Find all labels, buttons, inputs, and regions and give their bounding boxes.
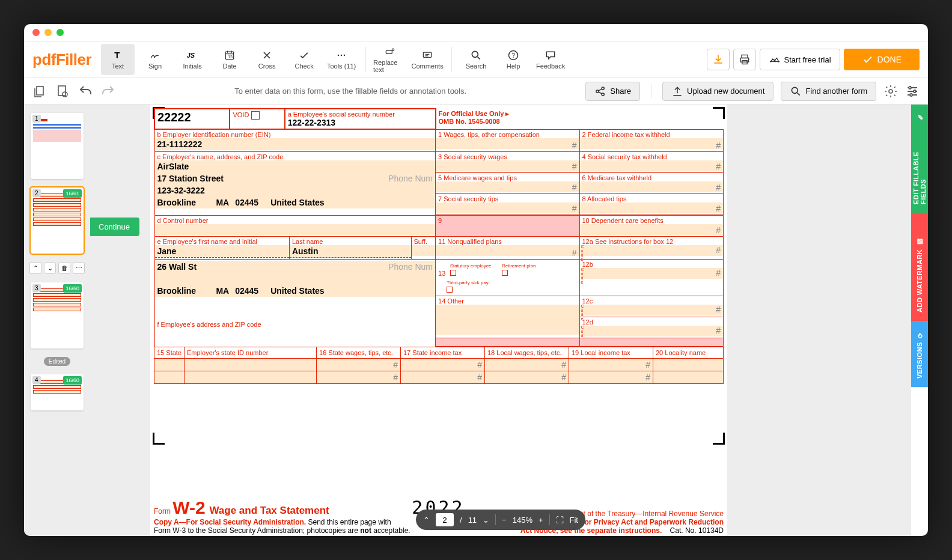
gear-icon[interactable] xyxy=(883,84,898,99)
employer-city[interactable]: Brookline xyxy=(157,198,197,207)
zoom-out[interactable]: − xyxy=(502,516,507,525)
void-checkbox[interactable] xyxy=(251,111,260,120)
box3-field[interactable]: # xyxy=(436,160,579,171)
thumb-3[interactable]: 316/60 xyxy=(31,282,84,348)
box8-field[interactable]: # xyxy=(580,202,724,213)
s20b[interactable] xyxy=(653,371,724,384)
employee-state[interactable]: MA xyxy=(216,286,229,296)
pages-icon[interactable] xyxy=(32,84,47,99)
tool-help[interactable]: ?Help xyxy=(496,44,530,75)
s18[interactable]: # xyxy=(485,359,569,371)
fit-icon[interactable]: ⛶ xyxy=(556,516,564,525)
employer-postal[interactable]: 02445 xyxy=(235,198,258,207)
tool-replace[interactable]: Replace text xyxy=(373,44,407,75)
employee-country[interactable]: United States xyxy=(270,286,324,296)
employer-zip[interactable]: 123-32-3222 xyxy=(155,184,436,196)
box5-field[interactable]: # xyxy=(436,181,579,192)
employee-postal[interactable]: 02445 xyxy=(235,286,258,296)
undo-icon[interactable] xyxy=(78,84,93,99)
box14-field[interactable] xyxy=(436,305,579,335)
thumb-4[interactable]: 416/60 xyxy=(31,374,84,410)
box1-field[interactable]: # xyxy=(436,138,579,149)
suffix[interactable] xyxy=(412,245,436,256)
ret-check[interactable] xyxy=(502,270,508,276)
box12b-field[interactable]: Code# xyxy=(580,268,724,279)
box12a-field[interactable]: Code# xyxy=(580,245,724,256)
close-dot[interactable] xyxy=(32,29,40,36)
employer-state[interactable]: MA xyxy=(216,198,229,207)
thumb-delete[interactable]: 🗑 xyxy=(58,262,70,274)
download-button[interactable] xyxy=(707,49,730,70)
thumb-down[interactable]: ⌄ xyxy=(44,262,56,274)
pager-current[interactable] xyxy=(436,513,454,526)
tab-watermark[interactable]: ADD WATERMARK ▧ xyxy=(911,213,928,321)
s15a2[interactable] xyxy=(154,371,185,384)
tool-more[interactable]: Tools (11) xyxy=(325,44,358,75)
pager-down[interactable]: ⌄ xyxy=(483,516,489,525)
tool-comments[interactable]: Comments xyxy=(410,44,444,75)
settings-page-icon[interactable] xyxy=(55,84,70,99)
s15b[interactable] xyxy=(185,359,317,371)
canvas[interactable]: Continue 22222 VOID a Employee's social … xyxy=(90,105,911,536)
s17b[interactable]: # xyxy=(401,371,485,384)
s19b[interactable]: # xyxy=(569,371,653,384)
employee-city[interactable]: Brookline xyxy=(157,286,197,296)
s18b[interactable]: # xyxy=(485,371,569,384)
stat-check[interactable] xyxy=(450,270,456,276)
thumb-2[interactable]: 216/61 xyxy=(31,187,84,254)
employee-street[interactable]: 26 Wall St xyxy=(157,262,197,272)
continue-button[interactable]: Continue xyxy=(90,218,139,236)
tool-search[interactable]: Search xyxy=(459,44,493,75)
s15b2[interactable] xyxy=(185,371,317,384)
zoom-in[interactable]: + xyxy=(539,516,543,525)
s20[interactable] xyxy=(653,359,724,371)
s19[interactable]: # xyxy=(569,359,653,371)
ein-field[interactable]: 21-1112222 xyxy=(155,138,436,150)
s16[interactable]: # xyxy=(317,359,401,371)
tool-check[interactable]: Check xyxy=(287,44,321,75)
tool-initials[interactable]: JSInitials xyxy=(175,44,209,75)
upload-button[interactable]: Upload new document xyxy=(662,82,774,101)
ssn-field[interactable]: 122-22-2313 xyxy=(288,118,433,127)
sliders-icon[interactable] xyxy=(905,84,920,99)
box11-field[interactable]: # xyxy=(436,245,579,256)
box4-field[interactable]: # xyxy=(580,160,724,171)
s17[interactable]: # xyxy=(401,359,485,371)
pager-up[interactable]: ⌃ xyxy=(423,516,430,525)
tool-text[interactable]: TText xyxy=(101,44,135,75)
box12c-field[interactable]: Code# xyxy=(580,305,724,315)
box2-field[interactable]: # xyxy=(580,138,724,149)
print-button[interactable] xyxy=(733,49,756,70)
tab-versions[interactable]: VERSIONS ⟳ xyxy=(911,321,928,387)
tool-sign[interactable]: Sign xyxy=(138,44,172,75)
share-button[interactable]: Share xyxy=(585,82,640,101)
s15a[interactable] xyxy=(154,359,185,371)
box6-field[interactable]: # xyxy=(580,181,724,192)
s16b[interactable]: # xyxy=(317,371,401,384)
employer-country[interactable]: United States xyxy=(270,198,324,207)
tool-date[interactable]: 15Date xyxy=(213,44,246,75)
box7-field[interactable]: # xyxy=(436,202,579,213)
done-button[interactable]: DONE xyxy=(844,49,920,70)
sick-check[interactable] xyxy=(447,287,453,293)
control-number[interactable] xyxy=(155,224,436,235)
tool-cross[interactable]: Cross xyxy=(250,44,284,75)
min-dot[interactable] xyxy=(44,29,52,36)
employer-street[interactable]: 17 Station Street xyxy=(157,174,224,183)
redo-icon[interactable] xyxy=(101,84,115,99)
find-button[interactable]: Find another form xyxy=(781,82,876,101)
box12d-field[interactable]: Code# xyxy=(580,326,724,336)
thumb-up[interactable]: ⌃ xyxy=(29,262,41,274)
box10-field[interactable]: # xyxy=(580,224,724,235)
employer-name[interactable]: AirSlate xyxy=(155,160,436,172)
thumb-more[interactable]: ⋯ xyxy=(73,262,85,274)
phone-ph[interactable]: Phone Num xyxy=(388,174,433,183)
tab-fillable-fields[interactable]: EDIT FILLABLE FIELDS ✎ xyxy=(911,105,928,213)
fit-label[interactable]: Fit xyxy=(570,516,578,525)
first-name[interactable]: Jane xyxy=(155,245,289,258)
tool-feedback[interactable]: Feedback xyxy=(534,44,567,75)
start-trial-button[interactable]: Start free trial xyxy=(760,49,840,70)
last-name[interactable]: Austin xyxy=(290,245,411,258)
phone-ph2[interactable]: Phone Num xyxy=(388,262,433,272)
employee-line2[interactable] xyxy=(155,273,436,285)
